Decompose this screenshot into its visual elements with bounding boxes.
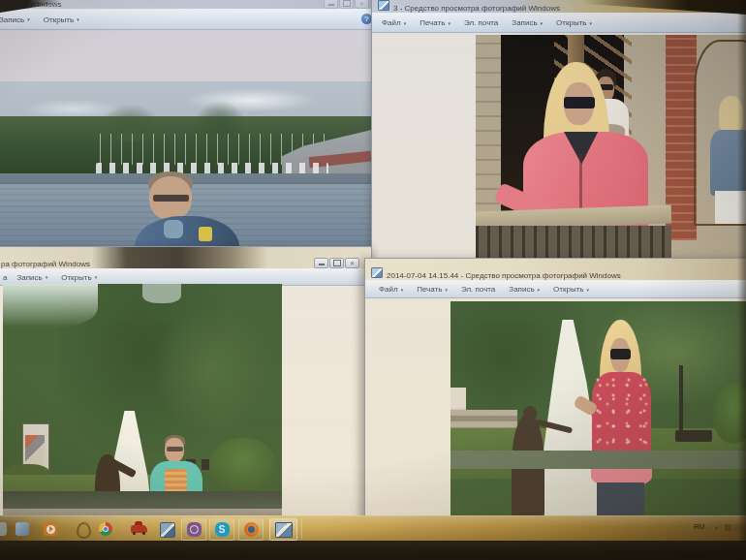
media-player-icon[interactable] — [44, 522, 57, 536]
lamp-post — [679, 365, 683, 433]
firefox-taskbar-button[interactable] — [238, 518, 264, 541]
taskbar-separator — [301, 518, 302, 539]
chevron-down-icon: ▾ — [77, 16, 79, 22]
taskbar-cut-icon[interactable] — [0, 522, 7, 536]
menu-email[interactable]: Эл. почта — [464, 18, 498, 27]
man-glasses — [153, 195, 189, 202]
monitor-bezel — [0, 541, 746, 560]
chevron-down-icon: ▾ — [401, 287, 404, 293]
chrome-center — [103, 526, 109, 532]
menu-record[interactable]: Запись ▾ — [0, 16, 30, 24]
play-triangle-icon — [49, 526, 53, 532]
chevron-down-icon: ▾ — [445, 287, 448, 293]
menu-record[interactable]: Запись▾ — [509, 285, 540, 294]
menu-email[interactable]: Эл. почта — [461, 285, 495, 294]
skype-icon: S — [215, 522, 230, 537]
menu-open[interactable]: Открыть▾ — [553, 285, 589, 294]
car-wheel — [142, 532, 145, 535]
minimize-button[interactable] — [314, 258, 328, 268]
chevron-down-icon: ▾ — [404, 20, 407, 26]
photo-viewer-taskbar-button-active[interactable] — [269, 518, 297, 541]
menu-print[interactable]: Печать▾ — [417, 285, 448, 294]
car-wheel — [133, 532, 136, 535]
sky-patch — [3, 284, 98, 327]
window-title: 3 - Средство просмотра фотографий Window… — [393, 4, 560, 13]
chevron-down-icon: ▾ — [448, 20, 451, 26]
monitor-photo: Windows ✕ Запись ▾ Открыть ▾ ? — [0, 0, 746, 560]
photo-viewer-window-top-left: Windows ✕ Запись ▾ Открыть ▾ ? — [0, 0, 380, 256]
billboard-art — [25, 435, 45, 464]
menu-bar: Файл▾ Печать▾ Эл. почта Запись▾ Открыть▾ — [372, 13, 746, 33]
maximize-button[interactable] — [329, 258, 344, 268]
menu-file[interactable]: Файл▾ — [382, 18, 406, 27]
window-title: 2014-07-04 14.15.44 - Средство просмотра… — [387, 271, 621, 280]
photo-lake-selfie — [0, 81, 379, 255]
viber-icon — [187, 522, 202, 537]
tray-icon[interactable] — [725, 524, 731, 531]
park-bench — [675, 430, 712, 442]
jacket-yellow-patch — [199, 227, 212, 241]
tray-expand-arrow-icon[interactable]: ▴ — [715, 523, 718, 530]
menu-open[interactable]: Открыть▾ — [556, 18, 592, 27]
photo-viewer-icon — [378, 0, 389, 11]
woman-sunglasses — [610, 349, 631, 359]
close-button[interactable]: ✕ — [345, 258, 359, 268]
menu-record[interactable]: Запись▾ — [512, 18, 543, 27]
window-title: ра фотографий Windows — [1, 260, 90, 268]
photo-viewer-window-bottom-left: ра фотографий Windows ✕ а Запись▾ Открыт… — [0, 246, 372, 529]
chevron-down-icon: ▾ — [590, 20, 593, 26]
photo-viewer-icon — [371, 267, 383, 278]
menu-bar: Файл▾ Печать▾ Эл. почта Запись▾ Открыть▾ — [365, 280, 746, 298]
chevron-down-icon: ▾ — [587, 287, 590, 293]
chrome-icon[interactable] — [99, 522, 112, 536]
chevron-down-icon: ▾ — [538, 287, 541, 293]
photo-fountain-woman — [451, 301, 746, 528]
firefox-icon — [244, 522, 259, 537]
menu-record[interactable]: Запись▾ — [16, 273, 47, 282]
chevron-down-icon: ▾ — [541, 20, 544, 26]
dark-edge-right — [737, 0, 746, 543]
trees-light — [156, 308, 267, 430]
car-roof — [135, 521, 142, 525]
maximize-button[interactable] — [339, 0, 354, 9]
menu-bar: Запись ▾ Открыть ▾ ? — [0, 9, 379, 30]
droplet-icon[interactable] — [77, 522, 91, 539]
menu-open[interactable]: Открыть▾ — [61, 273, 97, 282]
firefox-globe — [248, 526, 255, 533]
menu-open[interactable]: Открыть ▾ — [44, 16, 79, 24]
menu-email-fragment[interactable]: а — [3, 273, 7, 282]
car-icon[interactable] — [131, 525, 147, 533]
close-button[interactable]: ✕ — [355, 0, 369, 9]
sky-patch — [142, 284, 181, 303]
man-glasses — [167, 447, 183, 451]
app-blue-icon[interactable] — [16, 522, 29, 536]
chevron-down-icon: ▾ — [27, 16, 30, 22]
menu-print[interactable]: Печать▾ — [420, 18, 451, 27]
photo-viewer-icon — [275, 522, 293, 538]
minimize-button[interactable] — [324, 0, 338, 9]
chevron-down-icon: ▾ — [46, 274, 48, 280]
menu-file[interactable]: Файл▾ — [379, 285, 403, 294]
viber-taskbar-button[interactable] — [181, 518, 206, 541]
jacket-collar — [164, 220, 182, 238]
photo-fountain-man — [3, 284, 282, 528]
photos-app-icon[interactable] — [160, 522, 175, 538]
phone-icon — [190, 525, 199, 534]
language-indicator[interactable]: RU — [694, 522, 705, 531]
chevron-down-icon: ▾ — [95, 274, 98, 280]
woman-sunglasses — [564, 97, 595, 109]
round-bush — [209, 438, 276, 489]
photo-viewer-window-bottom-right: 2014-07-04 14.15.44 - Средство просмотра… — [364, 258, 746, 529]
taskbar: S RU ▴ — [0, 515, 746, 542]
man-selfie — [135, 171, 239, 255]
photo-pink-jacket-woman — [476, 35, 746, 263]
photo-viewer-window-top-right: 3 - Средство просмотра фотографий Window… — [371, 0, 746, 264]
skype-taskbar-button[interactable]: S — [209, 518, 234, 541]
